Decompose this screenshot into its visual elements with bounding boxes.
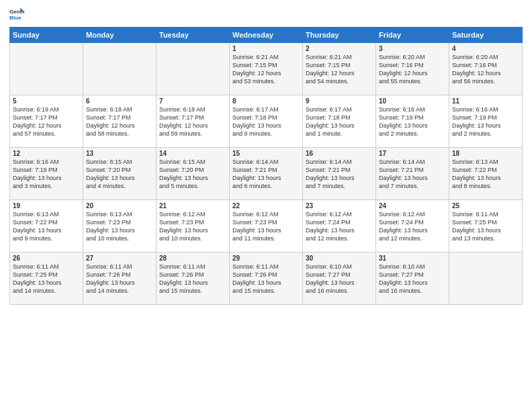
cell-3-1: 12Sunrise: 6:16 AM Sunset: 7:19 PM Dayli… [10, 148, 83, 200]
day-number: 3 [379, 45, 446, 52]
cell-1-5: 2Sunrise: 6:21 AM Sunset: 7:15 PM Daylig… [303, 43, 376, 95]
day-number: 30 [306, 255, 373, 262]
cell-info: Sunrise: 6:16 AM Sunset: 7:19 PM Dayligh… [13, 158, 80, 191]
cell-5-1: 26Sunrise: 6:11 AM Sunset: 7:25 PM Dayli… [10, 253, 83, 305]
cell-info: Sunrise: 6:20 AM Sunset: 7:16 PM Dayligh… [452, 53, 519, 86]
day-number: 29 [232, 255, 300, 262]
cell-4-5: 23Sunrise: 6:12 AM Sunset: 7:24 PM Dayli… [303, 200, 376, 253]
col-header-saturday: Saturday [449, 28, 523, 43]
cell-4-7: 25Sunrise: 6:11 AM Sunset: 7:25 PM Dayli… [449, 200, 523, 253]
col-header-sunday: Sunday [10, 28, 83, 43]
cell-info: Sunrise: 6:15 AM Sunset: 7:20 PM Dayligh… [159, 158, 226, 191]
day-number: 7 [159, 97, 226, 105]
day-number: 16 [306, 150, 373, 157]
week-row-4: 19Sunrise: 6:13 AM Sunset: 7:22 PM Dayli… [10, 200, 523, 253]
cell-info: Sunrise: 6:13 AM Sunset: 7:23 PM Dayligh… [86, 210, 153, 243]
header: General Blue [9, 7, 523, 21]
day-number: 14 [159, 150, 226, 157]
cell-4-1: 19Sunrise: 6:13 AM Sunset: 7:22 PM Dayli… [10, 200, 83, 253]
cell-5-2: 27Sunrise: 6:11 AM Sunset: 7:26 PM Dayli… [83, 253, 157, 305]
header-row: SundayMondayTuesdayWednesdayThursdayFrid… [10, 28, 523, 43]
logo-icon: General Blue [9, 7, 24, 21]
cell-1-7: 4Sunrise: 6:20 AM Sunset: 7:16 PM Daylig… [449, 43, 523, 95]
day-number: 18 [452, 150, 519, 157]
calendar-table: SundayMondayTuesdayWednesdayThursdayFrid… [9, 27, 523, 305]
day-number: 31 [379, 255, 446, 262]
day-number: 23 [306, 202, 373, 210]
cell-3-6: 17Sunrise: 6:14 AM Sunset: 7:21 PM Dayli… [376, 148, 449, 200]
col-header-thursday: Thursday [303, 28, 376, 43]
cell-5-4: 29Sunrise: 6:11 AM Sunset: 7:26 PM Dayli… [230, 253, 303, 305]
col-header-wednesday: Wednesday [230, 28, 303, 43]
col-header-monday: Monday [83, 28, 157, 43]
cell-info: Sunrise: 6:13 AM Sunset: 7:22 PM Dayligh… [452, 158, 519, 191]
cell-3-7: 18Sunrise: 6:13 AM Sunset: 7:22 PM Dayli… [449, 148, 523, 200]
cell-3-4: 15Sunrise: 6:14 AM Sunset: 7:21 PM Dayli… [230, 148, 303, 200]
cell-5-3: 28Sunrise: 6:11 AM Sunset: 7:26 PM Dayli… [157, 253, 230, 305]
cell-1-6: 3Sunrise: 6:20 AM Sunset: 7:16 PM Daylig… [376, 43, 449, 95]
cell-info: Sunrise: 6:16 AM Sunset: 7:19 PM Dayligh… [452, 105, 519, 138]
week-row-3: 12Sunrise: 6:16 AM Sunset: 7:19 PM Dayli… [10, 148, 523, 200]
cell-3-5: 16Sunrise: 6:14 AM Sunset: 7:21 PM Dayli… [303, 148, 376, 200]
cell-2-4: 8Sunrise: 6:17 AM Sunset: 7:18 PM Daylig… [230, 95, 303, 148]
cell-4-3: 21Sunrise: 6:12 AM Sunset: 7:23 PM Dayli… [157, 200, 230, 253]
cell-info: Sunrise: 6:12 AM Sunset: 7:24 PM Dayligh… [306, 210, 373, 243]
cell-5-5: 30Sunrise: 6:10 AM Sunset: 7:27 PM Dayli… [303, 253, 376, 305]
cell-info: Sunrise: 6:21 AM Sunset: 7:15 PM Dayligh… [232, 53, 300, 86]
day-number: 24 [379, 202, 446, 210]
day-number: 8 [232, 97, 300, 105]
svg-text:Blue: Blue [9, 15, 21, 21]
cell-1-1 [10, 43, 83, 95]
day-number: 19 [13, 202, 80, 210]
cell-info: Sunrise: 6:11 AM Sunset: 7:25 PM Dayligh… [452, 210, 519, 243]
cell-4-2: 20Sunrise: 6:13 AM Sunset: 7:23 PM Dayli… [83, 200, 157, 253]
cell-info: Sunrise: 6:12 AM Sunset: 7:23 PM Dayligh… [232, 210, 300, 243]
cell-1-3 [157, 43, 230, 95]
cell-2-2: 6Sunrise: 6:18 AM Sunset: 7:17 PM Daylig… [83, 95, 157, 148]
day-number: 12 [13, 150, 80, 157]
cell-info: Sunrise: 6:14 AM Sunset: 7:21 PM Dayligh… [232, 158, 300, 191]
week-row-1: 1Sunrise: 6:21 AM Sunset: 7:15 PM Daylig… [10, 43, 523, 95]
day-number: 10 [379, 97, 446, 105]
day-number: 28 [159, 255, 226, 262]
logo: General Blue [9, 7, 24, 21]
day-number: 21 [159, 202, 226, 210]
day-number: 6 [86, 97, 153, 105]
cell-info: Sunrise: 6:21 AM Sunset: 7:15 PM Dayligh… [306, 53, 373, 86]
cell-4-6: 24Sunrise: 6:12 AM Sunset: 7:24 PM Dayli… [376, 200, 449, 253]
cell-info: Sunrise: 6:11 AM Sunset: 7:25 PM Dayligh… [13, 263, 80, 295]
cell-info: Sunrise: 6:16 AM Sunset: 7:19 PM Dayligh… [379, 105, 446, 138]
day-number: 11 [452, 97, 519, 105]
col-header-tuesday: Tuesday [157, 28, 230, 43]
cell-info: Sunrise: 6:19 AM Sunset: 7:17 PM Dayligh… [13, 105, 80, 138]
cell-info: Sunrise: 6:11 AM Sunset: 7:26 PM Dayligh… [232, 263, 300, 295]
day-number: 9 [306, 97, 373, 105]
cell-info: Sunrise: 6:12 AM Sunset: 7:23 PM Dayligh… [159, 210, 226, 243]
calendar-page: General Blue SundayMondayTuesdayWednesda… [0, 0, 532, 411]
cell-info: Sunrise: 6:18 AM Sunset: 7:17 PM Dayligh… [159, 105, 226, 138]
day-number: 22 [232, 202, 300, 210]
day-number: 15 [232, 150, 300, 157]
cell-info: Sunrise: 6:18 AM Sunset: 7:17 PM Dayligh… [86, 105, 153, 138]
day-number: 2 [306, 45, 373, 52]
cell-2-5: 9Sunrise: 6:17 AM Sunset: 7:18 PM Daylig… [303, 95, 376, 148]
cell-info: Sunrise: 6:14 AM Sunset: 7:21 PM Dayligh… [379, 158, 446, 191]
cell-info: Sunrise: 6:17 AM Sunset: 7:18 PM Dayligh… [232, 105, 300, 138]
day-number: 1 [232, 45, 300, 52]
cell-info: Sunrise: 6:10 AM Sunset: 7:27 PM Dayligh… [379, 263, 446, 295]
cell-2-7: 11Sunrise: 6:16 AM Sunset: 7:19 PM Dayli… [449, 95, 523, 148]
cell-1-2 [83, 43, 157, 95]
cell-1-4: 1Sunrise: 6:21 AM Sunset: 7:15 PM Daylig… [230, 43, 303, 95]
cell-5-6: 31Sunrise: 6:10 AM Sunset: 7:27 PM Dayli… [376, 253, 449, 305]
cell-info: Sunrise: 6:10 AM Sunset: 7:27 PM Dayligh… [306, 263, 373, 295]
cell-info: Sunrise: 6:14 AM Sunset: 7:21 PM Dayligh… [306, 158, 373, 191]
day-number: 4 [452, 45, 519, 52]
cell-2-1: 5Sunrise: 6:19 AM Sunset: 7:17 PM Daylig… [10, 95, 83, 148]
cell-info: Sunrise: 6:13 AM Sunset: 7:22 PM Dayligh… [13, 210, 80, 243]
cell-info: Sunrise: 6:17 AM Sunset: 7:18 PM Dayligh… [306, 105, 373, 138]
cell-5-7 [449, 253, 523, 305]
cell-info: Sunrise: 6:11 AM Sunset: 7:26 PM Dayligh… [86, 263, 153, 295]
day-number: 17 [379, 150, 446, 157]
day-number: 20 [86, 202, 153, 210]
day-number: 26 [13, 255, 80, 262]
